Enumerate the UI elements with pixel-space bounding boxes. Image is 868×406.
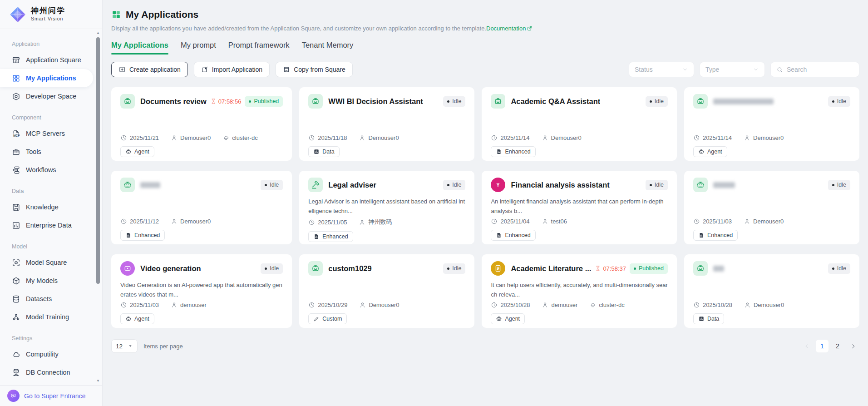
scroll-down-icon[interactable]: ▼: [96, 379, 100, 383]
brand-name-en: Smart Vision: [31, 16, 65, 22]
scroll-up-icon[interactable]: ▲: [96, 31, 100, 35]
status-filter-placeholder: Status: [635, 66, 653, 73]
prev-page-button[interactable]: [800, 340, 813, 352]
app-card-financial-analysis-assistant[interactable]: ¥Financial analysis assistantIdleAn inte…: [482, 171, 677, 244]
footer-bar: 12 Items per page 12: [111, 339, 859, 353]
person-icon: [171, 218, 178, 225]
owner-value: 神州数码: [368, 218, 392, 226]
sidebar-item-application-square[interactable]: Application Square: [0, 51, 93, 69]
import-application-button[interactable]: Import Application: [194, 62, 270, 77]
app-card-academic-literature[interactable]: Academic Literature ...07:58:37Published…: [482, 254, 677, 328]
app-meta: 2025/10/28demousercluster-dc: [491, 302, 668, 308]
super-entrance-link[interactable]: Go to Super Entrance: [0, 385, 102, 406]
app-card-legal-adviser[interactable]: Legal adviserIdleLegal Advisor is an int…: [299, 171, 474, 244]
enhanced-tag-icon: [496, 232, 502, 238]
app-owner: test06: [542, 218, 567, 225]
app-name: custom1029: [328, 264, 371, 273]
tag-label: Enhanced: [134, 232, 160, 238]
sidebar-item-mcp-servers[interactable]: MCPMCP Servers: [0, 124, 93, 143]
status-label: Idle: [270, 265, 279, 272]
sidebar-item-db-connection[interactable]: DB Connection: [0, 363, 93, 381]
app-description: [120, 113, 283, 133]
search-input[interactable]: [787, 66, 868, 73]
enhanced-tag-icon: [698, 232, 705, 238]
main-content: My Applications Display all the applicat…: [103, 0, 868, 406]
app-icon: ¥: [491, 178, 505, 192]
app-card-custom1029[interactable]: custom1029Idle2025/10/29Demouser0Custom: [299, 254, 474, 328]
app-owner: Demouser0: [542, 134, 582, 141]
status-dot: [650, 184, 652, 186]
search-box[interactable]: [770, 62, 859, 77]
app-card-redacted[interactable]: Idle2025/11/03Demouser0Enhanced: [684, 171, 859, 244]
app-card-redacted[interactable]: Idle2025/11/14Demouser0Agent: [684, 87, 859, 161]
page-size-select[interactable]: 12: [111, 339, 138, 353]
status-filter-select[interactable]: Status: [629, 62, 694, 77]
sidebar-item-developer-space[interactable]: Developer Space: [0, 87, 93, 105]
owner-value: test06: [551, 218, 567, 225]
status-badge: Published: [630, 263, 668, 274]
status-dot: [832, 184, 834, 186]
owner-value: Demouser0: [369, 302, 399, 308]
tab-prompt-framework[interactable]: Prompt framework: [228, 41, 290, 54]
app-icon: [120, 94, 135, 109]
tab-label: Tenant Memory: [302, 41, 354, 49]
page-button-2[interactable]: 2: [831, 340, 844, 352]
sidebar-item-workflows[interactable]: Workflows: [0, 161, 93, 179]
app-icon: [308, 94, 323, 109]
sidebar-item-datasets[interactable]: Datasets: [0, 290, 93, 308]
status-label: Idle: [655, 98, 664, 104]
sidebar-item-my-models[interactable]: My Models: [0, 272, 93, 290]
create-application-button[interactable]: Create application: [111, 62, 188, 77]
copy-square-icon: [283, 66, 290, 73]
app-card-redacted[interactable]: Idle2025/10/28Demouser0Data: [684, 254, 859, 328]
app-meta: 2025/11/03Demouser0: [693, 218, 850, 225]
owner-value: Demouser0: [180, 134, 211, 141]
sidebar-item-computility[interactable]: Computility: [0, 345, 93, 363]
scrollbar-thumb[interactable]: [96, 37, 100, 284]
documentation-link[interactable]: Documentation: [486, 25, 533, 32]
app-name-redacted: [713, 182, 735, 188]
app-owner: Demouser0: [171, 134, 211, 141]
page-button-1[interactable]: 1: [816, 340, 829, 352]
person-icon: [359, 219, 365, 226]
sidebar-item-model-square[interactable]: Model Square: [0, 253, 93, 272]
app-card-redacted[interactable]: Idle2025/11/12Demouser0Enhanced: [111, 171, 292, 244]
app-type-tag: Enhanced: [308, 231, 353, 242]
app-card-video-generation[interactable]: Video generationIdleVideo Generation is …: [111, 254, 292, 328]
sidebar-scrollbar[interactable]: ▲ ▼: [95, 31, 101, 383]
app-meta: 2025/11/03demouser: [120, 302, 283, 308]
grid-icon: [12, 74, 20, 83]
app-card-academic-q-a-assistant[interactable]: Academic Q&A AssistantIdle2025/11/14Demo…: [482, 87, 677, 161]
tab-my-prompt[interactable]: My prompt: [181, 41, 216, 54]
app-type-tag: Enhanced: [693, 230, 738, 241]
owner-value: Demouser0: [368, 134, 399, 141]
cluster-value: cluster-dc: [599, 302, 624, 308]
sidebar-section-label: Application: [12, 41, 102, 47]
date-value: 2025/10/28: [703, 302, 732, 308]
sidebar-item-label: Datasets: [26, 295, 52, 302]
app-date: 2025/10/28: [491, 302, 530, 308]
sidebar-item-enterprise-data[interactable]: Enterprise Data: [0, 216, 93, 234]
sidebar-item-my-applications[interactable]: My Applications: [0, 69, 93, 87]
app-name: Academic Q&A Assistant: [511, 97, 600, 106]
sidebar-item-knowledge[interactable]: Knowledge: [0, 198, 93, 216]
sidebar-item-model-training[interactable]: Model Training: [0, 308, 93, 326]
tab-tenant-memory[interactable]: Tenant Memory: [302, 41, 354, 54]
status-label: Idle: [270, 182, 279, 188]
sidebar-item-tools[interactable]: Tools: [0, 143, 93, 161]
app-card-documents-review[interactable]: Documents review07:58:56Published2025/11…: [111, 87, 292, 161]
status-label: Idle: [452, 182, 461, 188]
app-owner: Demouser0: [744, 218, 784, 225]
owner-value: Demouser0: [754, 302, 784, 308]
tab-my-applications[interactable]: My Applications: [111, 41, 168, 54]
status-label: Idle: [837, 265, 846, 272]
enhanced-tag-icon: [313, 233, 320, 240]
tab-bar: My ApplicationsMy promptPrompt framework…: [111, 41, 859, 54]
copy-from-square-button[interactable]: Copy from Square: [276, 62, 353, 77]
type-filter-select[interactable]: Type: [700, 62, 765, 77]
app-card-wwi-bi-decision-assistant[interactable]: WWI BI Decision AssistantIdle2025/11/18D…: [299, 87, 474, 161]
app-meta: 2025/10/29Demouser0: [308, 302, 465, 308]
sidebar-item-label: Model Square: [26, 259, 67, 266]
next-page-button[interactable]: [847, 340, 859, 352]
app-cluster: cluster-dc: [222, 134, 257, 141]
